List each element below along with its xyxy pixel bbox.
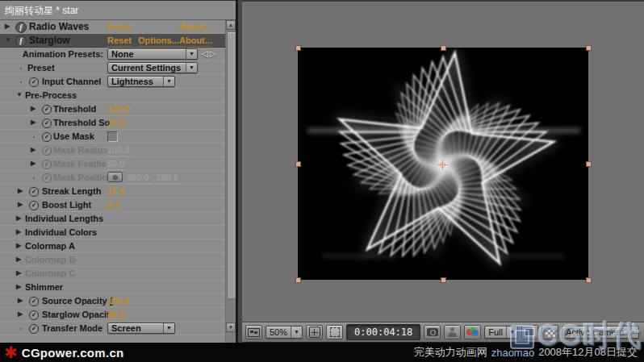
group-row-individual-colors[interactable]: ▶ Individual Colors xyxy=(0,226,225,239)
expand-arrow-icon[interactable]: ▶ xyxy=(16,239,21,252)
options-link[interactable]: Options... xyxy=(138,35,179,47)
effect-parameter-list: ▶ ƒ Radio Waves Reset About... ▼ ƒ Starg… xyxy=(0,20,225,335)
reset-link[interactable]: Reset xyxy=(107,21,132,33)
collapse-arrow-icon[interactable]: ▼ xyxy=(16,89,23,102)
stopwatch-icon[interactable]: ✓ xyxy=(29,77,39,87)
layer-handle-bottom-center[interactable] xyxy=(441,277,446,283)
preset-prev-arrow[interactable]: ◁ xyxy=(202,49,210,58)
composition-canvas[interactable] xyxy=(298,48,588,280)
group-label[interactable]: Individual Lengths xyxy=(25,212,103,225)
expand-arrow-icon[interactable]: ▶ xyxy=(31,116,36,129)
show-snapshot-button[interactable] xyxy=(444,325,461,339)
scroll-down-icon[interactable]: ▼ xyxy=(226,322,236,332)
chevron-down-icon: ▼ xyxy=(291,327,302,338)
expand-arrow-icon[interactable]: ▶ xyxy=(18,198,23,211)
group-row-pre-process[interactable]: ▼ Pre-Process xyxy=(0,89,225,102)
expand-arrow-icon[interactable]: ▶ xyxy=(16,226,21,239)
param-value[interactable]: 100.0 xyxy=(107,295,130,307)
group-label[interactable]: Pre-Process xyxy=(25,89,77,102)
preset-dropdown[interactable]: Current Settings ▼ xyxy=(107,62,198,73)
use-mask-checkbox[interactable] xyxy=(107,131,118,142)
expand-arrow-icon[interactable]: ▶ xyxy=(18,185,23,198)
group-label[interactable]: Individual Colors xyxy=(25,226,97,239)
about-link[interactable]: About... xyxy=(179,21,212,33)
expand-arrow-icon[interactable]: ▶ xyxy=(31,157,36,170)
effect-name[interactable]: Radio Waves xyxy=(29,20,89,33)
safe-zones-button[interactable] xyxy=(306,325,323,339)
group-row-colormap-c[interactable]: ▶ Colormap C xyxy=(0,267,225,281)
layer-handle-bottom-right[interactable] xyxy=(586,277,592,283)
param-label: Streak Length xyxy=(42,185,101,198)
stopwatch-icon[interactable]: ✓ xyxy=(42,105,52,114)
snapshot-button[interactable] xyxy=(424,325,441,339)
group-row-individual-lengths[interactable]: ▶ Individual Lengths xyxy=(0,212,225,226)
stopwatch-icon[interactable]: ✓ xyxy=(29,324,39,334)
stopwatch-icon[interactable]: ✓ xyxy=(42,132,52,142)
panel-divider[interactable] xyxy=(236,0,242,343)
input-channel-dropdown[interactable]: Lightness ▼ xyxy=(107,76,175,87)
reset-link[interactable]: Reset xyxy=(107,35,132,47)
param-label: Mask Radius xyxy=(53,144,107,156)
group-label[interactable]: Colormap A xyxy=(25,239,75,252)
param-row-starglow-opacity: ▶ ✓ Starglow Opacit 80.0 xyxy=(0,308,225,322)
flowchart-button[interactable] xyxy=(245,325,262,339)
region-of-interest-button[interactable] xyxy=(521,325,538,339)
effect-panel-scrollbar[interactable]: ▲ ▼ xyxy=(225,20,236,343)
current-time-display[interactable]: 0:00:04:18 xyxy=(346,324,420,340)
viewer-toolbar: 50% ▼ 0:00:04:18 Full ▼ Active Camera ▼ … xyxy=(242,322,644,343)
transfer-mode-dropdown[interactable]: Screen ▼ xyxy=(107,322,175,334)
param-label: Mask Positio xyxy=(53,171,107,184)
animation-presets-dropdown[interactable]: None ▼ xyxy=(107,48,198,60)
layer-handle-mid-left[interactable] xyxy=(295,161,301,167)
effect-controls-tab[interactable]: 绚丽转动星 * star xyxy=(0,2,236,20)
after-effects-window: 绚丽转动星 * star ▶ ƒ Radio Waves Reset About… xyxy=(0,0,644,362)
effect-name[interactable]: Starglow xyxy=(29,34,70,47)
stopwatch-icon[interactable]: ✓ xyxy=(42,119,52,128)
effect-row-radio-waves[interactable]: ▶ ƒ Radio Waves Reset About... xyxy=(0,20,225,34)
point-picker-icon[interactable]: ⊕ xyxy=(107,172,123,182)
param-value[interactable]: 15.0 xyxy=(107,117,124,129)
resolution-dropdown[interactable]: Full ▼ xyxy=(484,326,518,339)
expand-arrow-icon[interactable]: ▶ xyxy=(18,308,23,321)
layer-handle-mid-right[interactable] xyxy=(586,161,592,167)
expand-arrow-icon[interactable]: ▶ xyxy=(16,253,21,266)
scroll-up-icon[interactable]: ▲ xyxy=(226,20,236,30)
composition-viewer-panel[interactable] xyxy=(242,0,644,344)
magnification-dropdown[interactable]: 50% ▼ xyxy=(266,326,303,339)
3d-view-dropdown[interactable]: Active Camera ▼ xyxy=(562,326,639,339)
expand-arrow-icon[interactable]: ▶ xyxy=(16,281,21,293)
param-value[interactable]: 130.0 xyxy=(107,103,130,115)
layer-handle-top-left[interactable] xyxy=(295,45,301,51)
show-channel-button[interactable] xyxy=(464,325,481,339)
expand-arrow-icon[interactable]: ▶ xyxy=(31,144,36,156)
param-value[interactable]: 15.0 xyxy=(107,185,124,198)
param-label: Boost Light xyxy=(42,198,91,211)
param-value[interactable]: 2.0 xyxy=(107,199,119,211)
expand-arrow-icon[interactable]: ▶ xyxy=(16,212,21,225)
stopwatch-icon[interactable]: ✓ xyxy=(29,201,39,210)
param-value[interactable]: 80.0 xyxy=(107,309,124,321)
about-link[interactable]: About... xyxy=(179,35,212,47)
transparency-grid-button[interactable] xyxy=(326,325,343,339)
pixel-aspect-button[interactable] xyxy=(542,325,558,339)
stopwatch-icon[interactable]: ✓ xyxy=(29,297,39,306)
group-row-colormap-b[interactable]: ▶ Colormap B xyxy=(0,253,225,267)
stopwatch-icon: ✓ xyxy=(42,160,52,169)
expand-arrow-icon[interactable]: ▶ xyxy=(16,267,21,280)
expand-arrow-icon[interactable]: ▶ xyxy=(31,102,36,115)
collapse-arrow-icon[interactable]: ▼ xyxy=(5,34,11,47)
group-row-colormap-a[interactable]: ▶ Colormap A xyxy=(0,239,225,253)
group-label: Colormap B xyxy=(25,253,75,266)
layer-anchor-point[interactable] xyxy=(437,160,448,170)
layer-handle-top-right[interactable] xyxy=(586,45,592,51)
expand-arrow-icon[interactable]: ▶ xyxy=(5,20,10,33)
expand-arrow-icon[interactable]: ▶ xyxy=(18,294,23,307)
stopwatch-icon[interactable]: ✓ xyxy=(29,310,39,320)
layer-handle-bottom-left[interactable] xyxy=(295,277,301,283)
group-label[interactable]: Shimmer xyxy=(25,281,63,293)
group-row-shimmer[interactable]: ▶ Shimmer xyxy=(0,281,225,294)
layer-handle-top-center[interactable] xyxy=(441,45,446,51)
preset-next-arrow[interactable]: ▷ xyxy=(210,49,218,58)
stopwatch-icon[interactable]: ✓ xyxy=(29,187,39,197)
effect-row-starglow[interactable]: ▼ ƒ Starglow Reset Options... About... xyxy=(0,34,225,48)
